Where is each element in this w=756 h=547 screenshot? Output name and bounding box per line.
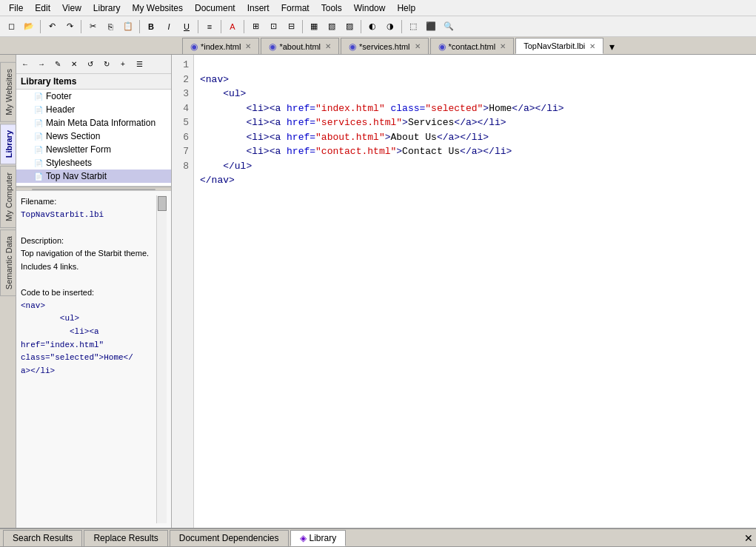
bottom-tab-deps[interactable]: Document Dependencies xyxy=(170,530,289,546)
lib-btn-refresh[interactable]: ↺ xyxy=(83,57,98,72)
toolbar-open[interactable]: 📂 xyxy=(21,19,37,35)
library-item-stylesheets[interactable]: 📄 Stylesheets xyxy=(16,156,171,170)
bottom-panel-close[interactable]: ✕ xyxy=(744,532,753,544)
vtab-semanticdata[interactable]: Semantic Data xyxy=(0,229,16,296)
tab-services[interactable]: ◉ *services.html ✕ xyxy=(341,38,428,54)
vtab-mycomputer[interactable]: My Computer xyxy=(0,166,16,228)
toolbar-misc2[interactable]: ⊡ xyxy=(265,19,281,35)
toolbar-redo[interactable]: ↷ xyxy=(61,19,78,35)
menu-window[interactable]: Window xyxy=(348,1,392,15)
lib-item-icon-header: 📄 xyxy=(34,106,43,114)
library-items-section: Library Items 📄 Footer 📄 Header 📄 Main M… xyxy=(16,74,171,187)
library-panel: ← → ✎ ✕ ↺ ↻ + ☰ Library Items 📄 Footer 📄 xyxy=(16,55,172,528)
lib-item-icon-news: 📄 xyxy=(34,132,43,141)
line-numbers: 1 2 3 4 5 6 7 8 xyxy=(172,55,194,528)
library-item-label-topnav: Top Nav Starbit xyxy=(46,171,107,181)
tab-about[interactable]: ◉ *about.html ✕ xyxy=(261,38,339,54)
lib-btn-menu[interactable]: ☰ xyxy=(132,57,147,72)
toolbar-misc5[interactable]: ▧ xyxy=(324,19,340,35)
menu-library[interactable]: Library xyxy=(87,1,127,15)
preview-code-label: Code to be inserted: xyxy=(21,286,156,300)
tab-topnav[interactable]: TopNavStarbit.lbi ✕ xyxy=(515,38,603,54)
tab-close-index[interactable]: ✕ xyxy=(245,42,251,50)
library-section-header: Library Items xyxy=(16,74,171,90)
bottom-tab-library-icon: ◈ xyxy=(300,533,307,543)
vtab-mywebsites[interactable]: My Websites xyxy=(0,62,16,122)
toolbar-misc3[interactable]: ⊟ xyxy=(283,19,299,35)
tab-close-contact[interactable]: ✕ xyxy=(500,42,506,50)
tab-close-topnav[interactable]: ✕ xyxy=(589,42,595,50)
lib-btn-back[interactable]: ← xyxy=(18,57,33,72)
toolbar-cut[interactable]: ✂ xyxy=(84,19,101,35)
tab-icon-index: ◉ xyxy=(190,41,198,52)
toolbar-align[interactable]: ≡ xyxy=(201,19,218,35)
bottom-tab-library-label: Library xyxy=(310,533,337,543)
main-container: My Websites Library My Computer Semantic… xyxy=(0,55,756,528)
preview-scrollbar[interactable] xyxy=(156,195,167,523)
lib-btn-forward[interactable]: → xyxy=(34,57,49,72)
toolbar-misc4[interactable]: ▦ xyxy=(306,19,322,35)
library-item-footer[interactable]: 📄 Footer xyxy=(16,90,171,103)
toolbar-misc8[interactable]: ◑ xyxy=(382,19,398,35)
bottom-tab-replace[interactable]: Replace Results xyxy=(84,530,167,546)
library-item-topnav[interactable]: 📄 Top Nav Starbit xyxy=(16,170,171,183)
library-item-news[interactable]: 📄 News Section xyxy=(16,130,171,143)
tab-overflow[interactable]: ▾ xyxy=(605,39,619,54)
toolbar-color[interactable]: A xyxy=(224,19,241,35)
toolbar-misc6[interactable]: ▨ xyxy=(341,19,358,35)
library-item-label-header: Header xyxy=(46,104,75,115)
tab-contact[interactable]: ◉ *contact.html ✕ xyxy=(430,38,515,54)
menu-mywebsites[interactable]: My Websites xyxy=(127,1,189,15)
tab-index[interactable]: ◉ *index.html ✕ xyxy=(182,38,259,54)
lib-btn-delete[interactable]: ✕ xyxy=(67,57,81,72)
tab-close-about[interactable]: ✕ xyxy=(325,42,331,50)
toolbar-misc1[interactable]: ⊞ xyxy=(247,19,264,35)
lib-btn-redo[interactable]: ↻ xyxy=(99,57,114,72)
toolbar-misc10[interactable]: ⬛ xyxy=(423,19,439,35)
menu-edit[interactable]: Edit xyxy=(29,1,56,15)
library-item-label-stylesheets: Stylesheets xyxy=(46,158,92,168)
code-content[interactable]: <nav> <ul> <li><a href="index.html" clas… xyxy=(194,55,756,528)
bottom-tabs-row: Search Results Replace Results Document … xyxy=(0,529,756,547)
toolbar-undo[interactable]: ↶ xyxy=(44,19,60,35)
bottom-tab-replace-label: Replace Results xyxy=(93,533,158,543)
menu-insert[interactable]: Insert xyxy=(241,1,275,15)
toolbar-misc9[interactable]: ⬚ xyxy=(405,19,421,35)
bottom-tab-library[interactable]: ◈ Library xyxy=(290,530,347,546)
toolbar-new[interactable]: ◻ xyxy=(3,19,19,35)
toolbar-italic[interactable]: I xyxy=(161,19,177,35)
library-item-header[interactable]: 📄 Header xyxy=(16,103,171,116)
vtab-library[interactable]: Library xyxy=(0,124,16,164)
menu-document[interactable]: Document xyxy=(189,1,241,15)
bottom-tab-search[interactable]: Search Results xyxy=(3,530,82,546)
menu-format[interactable]: Format xyxy=(275,1,315,15)
lib-item-icon-footer: 📄 xyxy=(34,93,43,101)
lib-btn-edit[interactable]: ✎ xyxy=(50,57,65,72)
library-item-newsletter[interactable]: 📄 Newsletter Form xyxy=(16,143,171,156)
lib-item-icon-stylesheets: 📄 xyxy=(34,159,43,167)
tab-icon-services: ◉ xyxy=(349,41,356,52)
toolbar-copy[interactable]: ⎘ xyxy=(102,19,118,35)
tab-label-index: *index.html xyxy=(201,42,241,51)
toolbar-misc11[interactable]: 🔍 xyxy=(441,19,457,35)
preview-filename-value: TopNavStarbit.lbi xyxy=(21,209,156,222)
tab-label-topnav: TopNavStarbit.lbi xyxy=(523,41,585,50)
library-item-meta[interactable]: 📄 Main Meta Data Information xyxy=(16,116,171,130)
lib-item-icon-newsletter: 📄 xyxy=(34,146,43,154)
bottom-tab-search-label: Search Results xyxy=(13,533,73,543)
lib-item-icon-meta: 📄 xyxy=(34,119,43,127)
toolbar-bold[interactable]: B xyxy=(143,19,159,35)
preview-desc-label: Description: xyxy=(21,235,156,248)
tab-close-services[interactable]: ✕ xyxy=(415,42,421,50)
menu-tools[interactable]: Tools xyxy=(315,1,348,15)
preview-desc-value: Top navigation of the Starbit theme. Inc… xyxy=(21,247,156,273)
menu-file[interactable]: File xyxy=(3,1,29,15)
library-item-label-footer: Footer xyxy=(46,91,72,101)
menu-help[interactable]: Help xyxy=(391,1,421,15)
menu-view[interactable]: View xyxy=(56,1,87,15)
toolbar-underline[interactable]: U xyxy=(178,19,195,35)
toolbar-paste[interactable]: 📋 xyxy=(120,19,136,35)
lib-btn-add[interactable]: + xyxy=(116,57,130,72)
toolbar-misc7[interactable]: ◐ xyxy=(364,19,381,35)
code-editor[interactable]: 1 2 3 4 5 6 7 8 <nav> <ul> <li><a href="… xyxy=(172,55,756,528)
